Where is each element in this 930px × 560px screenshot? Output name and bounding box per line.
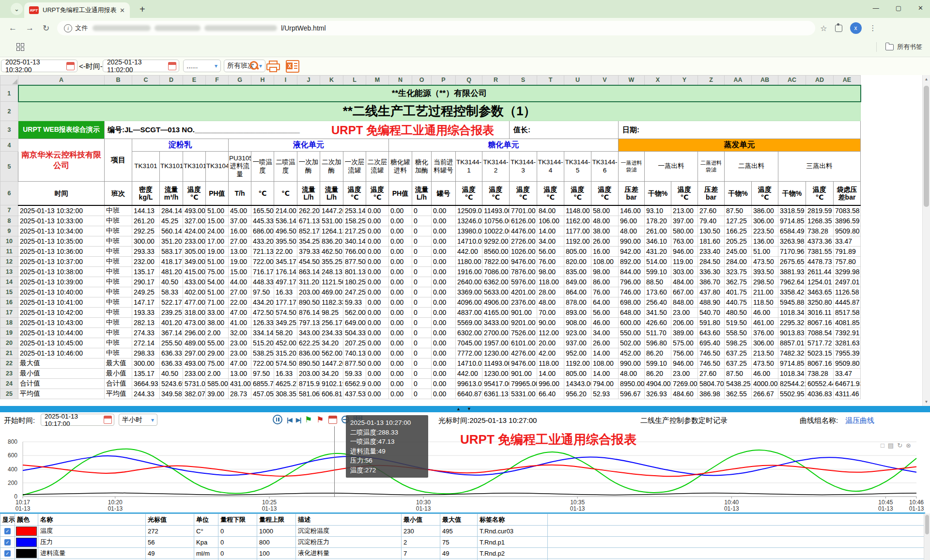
value-cell[interactable]: 84.00 <box>537 205 564 216</box>
shift-cell[interactable]: 中班 <box>105 297 132 307</box>
value-cell[interactable]: 76.00 <box>537 256 564 266</box>
value-cell[interactable]: 515.20 <box>251 338 274 348</box>
print-icon[interactable] <box>266 61 279 71</box>
value-cell[interactable]: 193.33 <box>132 307 160 317</box>
value-cell[interactable]: 397.00 <box>671 216 698 226</box>
tag-header-cell[interactable]: TK3144-4 <box>537 152 564 182</box>
end-time-input[interactable]: 2025-01-13 11:02:00 <box>103 60 179 72</box>
all-bookmarks-button[interactable]: 所有书签 <box>885 43 922 51</box>
value-cell[interactable]: 93.10 <box>645 205 671 216</box>
value-cell[interactable]: 952.00 <box>564 348 591 358</box>
value-cell[interactable]: 990.00 <box>619 358 645 368</box>
value-cell[interactable]: 2700.00 <box>482 327 510 338</box>
column-header-M[interactable]: M <box>366 76 389 85</box>
value-cell[interactable]: 274.33 <box>132 327 160 338</box>
value-cell[interactable]: 599.10 <box>645 266 671 277</box>
unit-header-cell[interactable]: 流量 L/h <box>412 182 432 205</box>
value-cell[interactable]: 66.40 <box>537 389 564 399</box>
column-header-I[interactable]: I <box>274 76 297 85</box>
time-cell[interactable]: 2025-01-13 10:46:00 <box>18 348 105 358</box>
value-cell[interactable]: 5243.69 <box>160 378 183 389</box>
value-cell[interactable]: 585.00 <box>206 378 229 389</box>
value-cell[interactable]: 213.50 <box>752 348 778 358</box>
value-cell[interactable]: 990.00 <box>619 236 645 246</box>
value-cell[interactable]: 127.25 <box>725 216 752 226</box>
value-cell[interactable]: 86.00 <box>591 277 619 287</box>
value-cell[interactable]: 2726.00 <box>510 236 537 246</box>
duty-officer-cell[interactable]: 值长: <box>510 121 619 139</box>
value-cell[interactable]: 23.00 <box>229 338 251 348</box>
value-cell[interactable]: 355.25 <box>320 256 343 266</box>
value-cell[interactable]: 598.25 <box>725 338 752 348</box>
value-cell[interactable]: 14.00 <box>537 368 564 378</box>
value-cell[interactable]: 946.00 <box>671 358 698 368</box>
tag-header-cell[interactable]: TK3144-6 <box>591 152 619 182</box>
column-header-J[interactable]: J <box>297 76 320 85</box>
value-cell[interactable]: 581.06 <box>297 389 320 399</box>
unit-header-cell[interactable]: 压差 bar <box>619 182 645 205</box>
value-cell[interactable]: 2675.65 <box>778 256 806 266</box>
value-cell[interactable]: 223.50 <box>752 226 778 236</box>
value-cell[interactable]: 0.00 <box>389 389 412 399</box>
value-cell[interactable]: 722.00 <box>251 358 274 368</box>
value-cell[interactable]: 1018.34 <box>778 307 806 317</box>
value-cell[interactable]: 303.00 <box>671 266 698 277</box>
shift-cell[interactable]: 中班 <box>105 307 132 317</box>
value-cell[interactable]: 45.25 <box>160 216 183 226</box>
value-cell[interactable]: 0.00 <box>366 358 389 368</box>
value-cell[interactable]: 334.14 <box>251 327 274 338</box>
value-cell[interactable]: 9476.00 <box>510 256 537 266</box>
value-cell[interactable]: 1148.00 <box>564 205 591 216</box>
value-cell[interactable]: 255.50 <box>160 338 183 348</box>
value-cell[interactable]: 108.00 <box>591 256 619 266</box>
value-cell[interactable]: 424.00 <box>183 226 206 236</box>
value-cell[interactable]: 44.00 <box>229 277 251 287</box>
value-cell[interactable]: 3358.42 <box>778 287 806 297</box>
time-header-cell[interactable]: 时间 <box>18 182 105 205</box>
value-cell[interactable]: 6562.95 <box>343 378 366 389</box>
value-cell[interactable]: 300.00 <box>132 236 160 246</box>
value-cell[interactable]: 493.00 <box>183 358 206 368</box>
column-header-P[interactable]: P <box>432 76 456 85</box>
unit-header-cell[interactable]: 温度 ℃ <box>510 182 537 205</box>
value-cell[interactable]: 14.00 <box>537 226 564 236</box>
value-cell[interactable]: 272.14 <box>132 338 160 348</box>
summary-label-cell[interactable]: 合计值 <box>18 378 105 389</box>
value-cell[interactable]: 9013.83 <box>778 327 806 338</box>
value-cell[interactable]: 22.00 <box>274 246 297 256</box>
forward-icon[interactable]: → <box>26 23 34 33</box>
row-number[interactable]: 8 <box>0 216 18 226</box>
value-cell[interactable]: 47.00 <box>229 307 251 317</box>
value-cell[interactable]: 249.25 <box>132 287 160 297</box>
value-cell[interactable]: 0.00 <box>432 368 456 378</box>
visibility-checkbox[interactable]: ✓ <box>4 539 11 545</box>
value-cell[interactable]: 41.00 <box>229 317 251 327</box>
value-cell[interactable]: 649.00 <box>343 317 366 327</box>
row-number[interactable]: 21 <box>0 348 18 358</box>
value-cell[interactable]: 9509.80 <box>834 358 861 368</box>
unit-header-cell[interactable]: 温度 ℃ <box>366 182 389 205</box>
item-header-cell[interactable]: 项目 <box>105 139 132 182</box>
value-cell[interactable]: 574.50 <box>274 358 297 368</box>
value-cell[interactable]: 504.33 <box>343 327 366 338</box>
value-cell[interactable]: 746.00 <box>619 287 645 297</box>
value-cell[interactable]: 0.00 <box>366 236 389 246</box>
browser-menu-icon[interactable]: ⋮ <box>869 24 877 32</box>
unit-header-cell[interactable]: 温度 ℃ <box>343 182 366 205</box>
value-cell[interactable]: 493.00 <box>183 205 206 216</box>
row-number[interactable]: 23 <box>0 368 18 378</box>
value-cell[interactable]: 165.50 <box>251 205 274 216</box>
tag-header-cell[interactable]: 二喷温度 <box>274 152 297 182</box>
value-cell[interactable]: 1177.00 <box>564 226 591 236</box>
value-cell[interactable]: 5717.72 <box>806 338 834 348</box>
row-number[interactable]: 14 <box>0 277 18 287</box>
value-cell[interactable]: 794.00 <box>591 378 619 389</box>
scroll-down-icon[interactable]: ▼ <box>923 400 930 404</box>
value-cell[interactable]: 791.89 <box>834 246 861 256</box>
value-cell[interactable]: 298.50 <box>752 277 778 287</box>
value-cell[interactable]: 878.00 <box>564 297 591 307</box>
value-cell[interactable]: 0.00 <box>432 389 456 399</box>
value-cell[interactable]: 7083.58 <box>834 205 861 216</box>
value-cell[interactable]: 27.60 <box>698 368 725 378</box>
value-cell[interactable]: 484.60 <box>671 389 698 399</box>
